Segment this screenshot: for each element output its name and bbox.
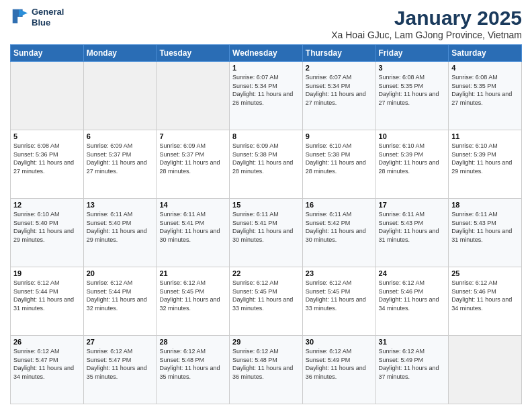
day-number: 23 xyxy=(306,269,373,277)
calendar-cell: 22Sunrise: 6:12 AMSunset: 5:45 PMDayligh… xyxy=(230,267,303,336)
day-info: Sunrise: 6:12 AMSunset: 5:44 PMDaylight:… xyxy=(13,279,81,312)
calendar-cell: 7Sunrise: 6:09 AMSunset: 5:37 PMDaylight… xyxy=(157,130,230,199)
day-info: Sunrise: 6:12 AMSunset: 5:48 PMDaylight:… xyxy=(232,347,300,381)
day-of-week-header: Tuesday xyxy=(157,45,230,62)
calendar-week-row: 1Sunrise: 6:07 AMSunset: 5:34 PMDaylight… xyxy=(11,62,522,130)
calendar-cell xyxy=(11,62,84,130)
calendar-cell: 31Sunrise: 6:12 AMSunset: 5:49 PMDayligh… xyxy=(375,336,449,404)
day-number: 16 xyxy=(306,201,373,209)
day-number: 4 xyxy=(451,64,519,72)
day-of-week-header: Wednesday xyxy=(230,45,303,62)
day-number: 12 xyxy=(13,201,81,209)
calendar-cell: 17Sunrise: 6:11 AMSunset: 5:43 PMDayligh… xyxy=(375,199,449,267)
calendar-cell: 14Sunrise: 6:11 AMSunset: 5:41 PMDayligh… xyxy=(157,199,230,267)
day-number: 25 xyxy=(451,269,519,277)
calendar-header-row: SundayMondayTuesdayWednesdayThursdayFrid… xyxy=(11,45,522,62)
calendar-cell: 3Sunrise: 6:08 AMSunset: 5:35 PMDaylight… xyxy=(375,62,449,130)
calendar-cell: 27Sunrise: 6:12 AMSunset: 5:47 PMDayligh… xyxy=(83,336,157,404)
header: General Blue January 2025 Xa Hoai GJuc, … xyxy=(10,7,522,40)
day-info: Sunrise: 6:10 AMSunset: 5:40 PMDaylight:… xyxy=(13,210,81,244)
calendar-week-row: 26Sunrise: 6:12 AMSunset: 5:47 PMDayligh… xyxy=(11,336,522,404)
day-info: Sunrise: 6:11 AMSunset: 5:41 PMDaylight:… xyxy=(232,210,300,244)
day-number: 20 xyxy=(87,269,154,277)
calendar-body: 1Sunrise: 6:07 AMSunset: 5:34 PMDaylight… xyxy=(11,62,522,404)
calendar-cell: 6Sunrise: 6:09 AMSunset: 5:37 PMDaylight… xyxy=(83,130,157,199)
day-info: Sunrise: 6:09 AMSunset: 5:37 PMDaylight:… xyxy=(159,142,226,175)
day-info: Sunrise: 6:09 AMSunset: 5:38 PMDaylight:… xyxy=(232,142,300,175)
day-of-week-header: Saturday xyxy=(449,45,522,62)
day-info: Sunrise: 6:10 AMSunset: 5:39 PMDaylight:… xyxy=(379,142,446,175)
day-info: Sunrise: 6:07 AMSunset: 5:34 PMDaylight:… xyxy=(306,73,373,107)
day-number: 31 xyxy=(379,338,446,346)
day-number: 19 xyxy=(13,269,81,277)
day-info: Sunrise: 6:11 AMSunset: 5:42 PMDaylight:… xyxy=(306,210,373,244)
title-block: January 2025 Xa Hoai GJuc, Lam GJong Pro… xyxy=(331,7,522,40)
calendar-cell: 16Sunrise: 6:11 AMSunset: 5:42 PMDayligh… xyxy=(302,199,375,267)
page: General Blue January 2025 Xa Hoai GJuc, … xyxy=(0,0,532,411)
day-number: 8 xyxy=(232,132,300,140)
day-of-week-header: Friday xyxy=(375,45,449,62)
calendar-cell: 26Sunrise: 6:12 AMSunset: 5:47 PMDayligh… xyxy=(11,336,84,404)
calendar-cell: 11Sunrise: 6:10 AMSunset: 5:39 PMDayligh… xyxy=(449,130,522,199)
day-number: 27 xyxy=(87,338,154,346)
day-of-week-header: Sunday xyxy=(11,45,84,62)
calendar-cell: 28Sunrise: 6:12 AMSunset: 5:48 PMDayligh… xyxy=(157,336,230,404)
subtitle: Xa Hoai GJuc, Lam GJong Province, Vietna… xyxy=(331,30,522,40)
calendar-cell: 20Sunrise: 6:12 AMSunset: 5:44 PMDayligh… xyxy=(83,267,157,336)
day-info: Sunrise: 6:12 AMSunset: 5:45 PMDaylight:… xyxy=(159,279,226,312)
calendar-cell: 8Sunrise: 6:09 AMSunset: 5:38 PMDaylight… xyxy=(230,130,303,199)
calendar-cell: 24Sunrise: 6:12 AMSunset: 5:46 PMDayligh… xyxy=(375,267,449,336)
calendar-week-row: 19Sunrise: 6:12 AMSunset: 5:44 PMDayligh… xyxy=(11,267,522,336)
calendar-cell: 21Sunrise: 6:12 AMSunset: 5:45 PMDayligh… xyxy=(157,267,230,336)
day-info: Sunrise: 6:12 AMSunset: 5:46 PMDaylight:… xyxy=(451,279,519,312)
day-info: Sunrise: 6:12 AMSunset: 5:49 PMDaylight:… xyxy=(379,347,446,381)
calendar-cell: 1Sunrise: 6:07 AMSunset: 5:34 PMDaylight… xyxy=(230,62,303,130)
day-info: Sunrise: 6:11 AMSunset: 5:43 PMDaylight:… xyxy=(451,210,519,244)
day-info: Sunrise: 6:08 AMSunset: 5:35 PMDaylight:… xyxy=(379,73,446,107)
day-info: Sunrise: 6:12 AMSunset: 5:47 PMDaylight:… xyxy=(13,347,81,381)
day-number: 29 xyxy=(232,338,300,346)
day-number: 1 xyxy=(232,64,300,72)
day-info: Sunrise: 6:07 AMSunset: 5:34 PMDaylight:… xyxy=(232,73,300,107)
calendar-cell: 12Sunrise: 6:10 AMSunset: 5:40 PMDayligh… xyxy=(11,199,84,267)
calendar-cell: 2Sunrise: 6:07 AMSunset: 5:34 PMDaylight… xyxy=(302,62,375,130)
day-info: Sunrise: 6:12 AMSunset: 5:45 PMDaylight:… xyxy=(232,279,300,312)
calendar-cell: 5Sunrise: 6:08 AMSunset: 5:36 PMDaylight… xyxy=(11,130,84,199)
day-info: Sunrise: 6:11 AMSunset: 5:41 PMDaylight:… xyxy=(159,210,226,244)
calendar-cell: 29Sunrise: 6:12 AMSunset: 5:48 PMDayligh… xyxy=(230,336,303,404)
calendar-cell: 25Sunrise: 6:12 AMSunset: 5:46 PMDayligh… xyxy=(449,267,522,336)
logo-text: General Blue xyxy=(32,7,64,28)
day-number: 22 xyxy=(232,269,300,277)
day-of-week-header: Monday xyxy=(83,45,157,62)
day-info: Sunrise: 6:10 AMSunset: 5:39 PMDaylight:… xyxy=(451,142,519,175)
calendar-cell: 9Sunrise: 6:10 AMSunset: 5:38 PMDaylight… xyxy=(302,130,375,199)
calendar-cell: 4Sunrise: 6:08 AMSunset: 5:35 PMDaylight… xyxy=(449,62,522,130)
day-number: 5 xyxy=(13,132,81,140)
day-info: Sunrise: 6:09 AMSunset: 5:37 PMDaylight:… xyxy=(87,142,154,175)
day-number: 13 xyxy=(87,201,154,209)
calendar-cell xyxy=(83,62,157,130)
main-title: January 2025 xyxy=(331,7,522,30)
calendar-cell: 10Sunrise: 6:10 AMSunset: 5:39 PMDayligh… xyxy=(375,130,449,199)
day-number: 14 xyxy=(159,201,226,209)
day-info: Sunrise: 6:08 AMSunset: 5:35 PMDaylight:… xyxy=(451,73,519,107)
calendar-cell xyxy=(157,62,230,130)
calendar-cell: 13Sunrise: 6:11 AMSunset: 5:40 PMDayligh… xyxy=(83,199,157,267)
logo-icon xyxy=(10,8,29,27)
day-of-week-header: Thursday xyxy=(302,45,375,62)
calendar-cell: 18Sunrise: 6:11 AMSunset: 5:43 PMDayligh… xyxy=(449,199,522,267)
day-info: Sunrise: 6:12 AMSunset: 5:47 PMDaylight:… xyxy=(87,347,154,381)
day-number: 9 xyxy=(306,132,373,140)
calendar-cell: 19Sunrise: 6:12 AMSunset: 5:44 PMDayligh… xyxy=(11,267,84,336)
day-info: Sunrise: 6:11 AMSunset: 5:43 PMDaylight:… xyxy=(379,210,446,244)
day-number: 18 xyxy=(451,201,519,209)
calendar-cell xyxy=(449,336,522,404)
day-number: 15 xyxy=(232,201,300,209)
day-number: 6 xyxy=(87,132,154,140)
day-number: 10 xyxy=(379,132,446,140)
day-info: Sunrise: 6:11 AMSunset: 5:40 PMDaylight:… xyxy=(87,210,154,244)
calendar-week-row: 12Sunrise: 6:10 AMSunset: 5:40 PMDayligh… xyxy=(11,199,522,267)
day-number: 30 xyxy=(306,338,373,346)
day-info: Sunrise: 6:12 AMSunset: 5:48 PMDaylight:… xyxy=(159,347,226,381)
day-number: 28 xyxy=(159,338,226,346)
